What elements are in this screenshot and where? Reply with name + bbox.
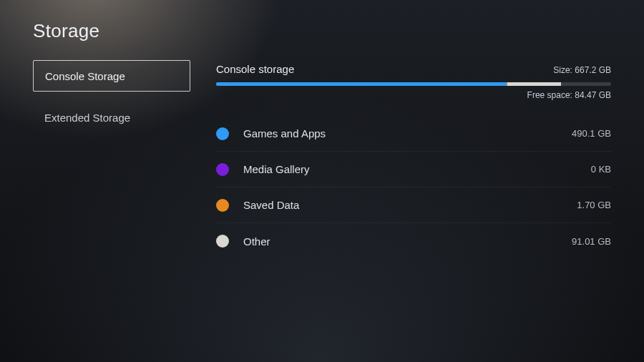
- category-value: 490.1 GB: [572, 128, 611, 139]
- bar-seg-other: [507, 82, 561, 86]
- category-saved-data[interactable]: Saved Data 1.70 GB: [216, 187, 611, 223]
- size-prefix: Size:: [553, 65, 572, 75]
- sidebar-item-label: Console Storage: [45, 70, 125, 82]
- category-value: 1.70 GB: [577, 200, 611, 210]
- category-dot-icon: [216, 127, 229, 140]
- category-label: Other: [243, 235, 572, 248]
- category-label: Saved Data: [243, 199, 577, 211]
- category-label: Games and Apps: [243, 127, 572, 140]
- category-dot-icon: [216, 163, 229, 176]
- size-value: 667.2 GB: [575, 65, 611, 75]
- storage-size: Size: 667.2 GB: [553, 65, 611, 75]
- storage-categories: Games and Apps 490.1 GB Media Gallery 0 …: [216, 116, 611, 259]
- storage-header: Console storage Size: 667.2 GB: [216, 63, 611, 75]
- bar-seg-games-apps: [216, 82, 507, 86]
- category-value: 91.01 GB: [572, 236, 611, 247]
- category-dot-icon: [216, 235, 229, 248]
- category-value: 0 KB: [591, 164, 611, 175]
- sidebar-item-label: Extended Storage: [44, 112, 130, 124]
- storage-section-title: Console storage: [216, 63, 294, 75]
- category-games-apps[interactable]: Games and Apps 490.1 GB: [216, 116, 611, 152]
- free-prefix: Free space:: [527, 90, 572, 100]
- sidebar-item-console-storage[interactable]: Console Storage: [33, 60, 190, 92]
- category-other[interactable]: Other 91.01 GB: [216, 223, 611, 259]
- sidebar-item-extended-storage[interactable]: Extended Storage: [33, 102, 190, 133]
- storage-free-space: Free space: 84.47 GB: [216, 90, 611, 100]
- free-value: 84.47 GB: [575, 90, 611, 100]
- category-dot-icon: [216, 199, 229, 212]
- sidebar: Console Storage Extended Storage: [33, 60, 190, 133]
- category-media-gallery[interactable]: Media Gallery 0 KB: [216, 152, 611, 187]
- storage-bar: [216, 82, 611, 86]
- category-label: Media Gallery: [243, 163, 591, 175]
- storage-panel: Console storage Size: 667.2 GB Free spac…: [216, 63, 611, 259]
- page-title: Storage: [33, 20, 99, 42]
